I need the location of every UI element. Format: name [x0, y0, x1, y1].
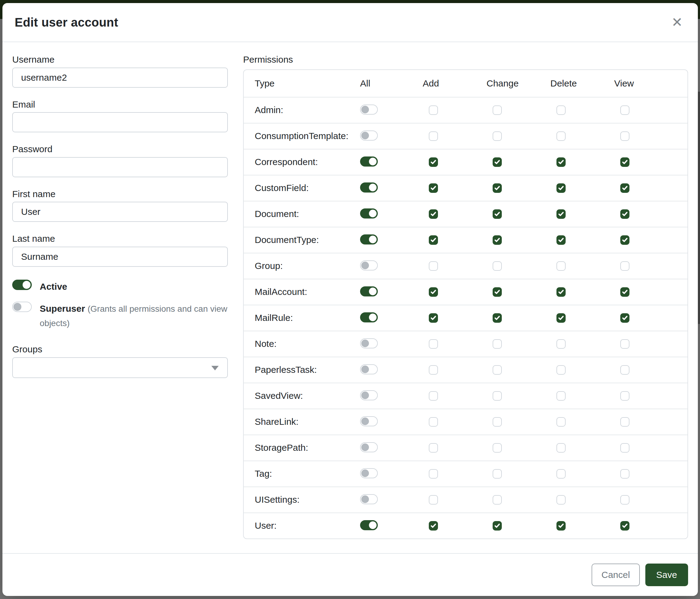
- permission-add-checkbox[interactable]: [429, 391, 438, 401]
- first-name-input[interactable]: [12, 202, 228, 222]
- groups-select[interactable]: [12, 357, 228, 378]
- permission-change-checkbox[interactable]: [493, 183, 502, 193]
- permission-view-checkbox[interactable]: [620, 261, 629, 271]
- permission-delete-checkbox[interactable]: [556, 287, 566, 297]
- permission-view-checkbox[interactable]: [620, 235, 629, 245]
- permission-change-checkbox[interactable]: [493, 417, 502, 427]
- permission-view-checkbox[interactable]: [620, 443, 629, 453]
- permission-change-checkbox[interactable]: [493, 365, 502, 375]
- permission-view-checkbox[interactable]: [620, 287, 629, 297]
- permission-change-checkbox[interactable]: [493, 235, 502, 245]
- permission-view-checkbox[interactable]: [620, 313, 629, 323]
- permission-change-checkbox[interactable]: [493, 209, 502, 219]
- permission-add-checkbox[interactable]: [429, 365, 438, 375]
- permission-add-checkbox[interactable]: [429, 443, 438, 453]
- permission-all-toggle[interactable]: [360, 338, 378, 349]
- permission-delete-checkbox[interactable]: [556, 365, 566, 375]
- permission-delete-checkbox[interactable]: [556, 105, 566, 115]
- permission-all-toggle[interactable]: [360, 364, 378, 375]
- permission-all-toggle[interactable]: [360, 520, 378, 530]
- permission-change-checkbox[interactable]: [493, 495, 502, 505]
- permission-all-toggle[interactable]: [360, 234, 378, 244]
- permission-all-toggle[interactable]: [360, 416, 378, 426]
- permission-add-checkbox[interactable]: [429, 105, 438, 115]
- permission-delete-checkbox[interactable]: [556, 521, 566, 530]
- permission-add-checkbox[interactable]: [429, 313, 438, 323]
- close-icon[interactable]: ✕: [669, 14, 686, 31]
- permission-change-checkbox[interactable]: [493, 105, 502, 115]
- permission-all-toggle[interactable]: [360, 183, 378, 193]
- permission-view-checkbox[interactable]: [620, 417, 629, 427]
- permission-change-checkbox[interactable]: [493, 158, 502, 167]
- permission-add-checkbox[interactable]: [429, 417, 438, 427]
- permission-add-checkbox[interactable]: [429, 209, 438, 219]
- permission-all-toggle[interactable]: [360, 286, 378, 296]
- permission-change-checkbox[interactable]: [493, 521, 502, 530]
- permission-delete-checkbox[interactable]: [556, 443, 566, 453]
- permission-add-checkbox[interactable]: [429, 158, 438, 167]
- permission-view-checkbox[interactable]: [620, 209, 629, 219]
- permission-view-checkbox[interactable]: [620, 391, 629, 401]
- permission-view-checkbox[interactable]: [620, 521, 629, 530]
- permission-all-toggle[interactable]: [360, 468, 378, 478]
- permission-delete-checkbox[interactable]: [556, 313, 566, 323]
- permission-change-checkbox[interactable]: [493, 443, 502, 453]
- superuser-toggle[interactable]: [12, 302, 32, 312]
- permission-add-checkbox[interactable]: [429, 261, 438, 271]
- permission-add-checkbox[interactable]: [429, 183, 438, 193]
- permission-delete-checkbox[interactable]: [556, 261, 566, 271]
- permission-add-checkbox[interactable]: [429, 495, 438, 505]
- cancel-button[interactable]: Cancel: [592, 564, 640, 586]
- save-button[interactable]: Save: [645, 564, 688, 586]
- permission-delete-checkbox[interactable]: [556, 209, 566, 219]
- permission-all-toggle[interactable]: [360, 312, 378, 322]
- permission-all-toggle[interactable]: [360, 260, 378, 270]
- permission-type-label: UISettings:: [255, 495, 360, 505]
- permission-view-checkbox[interactable]: [620, 158, 629, 167]
- permission-change-checkbox[interactable]: [493, 339, 502, 349]
- permission-view-checkbox[interactable]: [620, 495, 629, 505]
- permission-change-checkbox[interactable]: [493, 313, 502, 323]
- permission-view-checkbox[interactable]: [620, 339, 629, 349]
- permission-delete-checkbox[interactable]: [556, 495, 566, 505]
- password-input[interactable]: [12, 157, 228, 177]
- permission-view-checkbox[interactable]: [620, 105, 629, 115]
- permission-add-checkbox[interactable]: [429, 287, 438, 297]
- username-field-group: Username: [12, 54, 228, 88]
- active-toggle[interactable]: [12, 280, 32, 290]
- permission-all-toggle[interactable]: [360, 209, 378, 218]
- permission-change-checkbox[interactable]: [493, 287, 502, 297]
- permission-all-toggle[interactable]: [360, 494, 378, 504]
- permission-add-checkbox[interactable]: [429, 469, 438, 479]
- permission-add-checkbox[interactable]: [429, 521, 438, 530]
- email-input[interactable]: [12, 112, 228, 132]
- permission-view-checkbox[interactable]: [620, 469, 629, 479]
- permission-delete-checkbox[interactable]: [556, 131, 566, 141]
- username-input[interactable]: [12, 68, 228, 88]
- permission-delete-checkbox[interactable]: [556, 158, 566, 167]
- permission-all-toggle[interactable]: [360, 130, 378, 141]
- permission-all-toggle[interactable]: [360, 104, 378, 115]
- permission-delete-checkbox[interactable]: [556, 469, 566, 479]
- last-name-input[interactable]: [12, 247, 228, 267]
- permission-type-label: User:: [255, 521, 360, 531]
- permission-delete-checkbox[interactable]: [556, 391, 566, 401]
- permission-add-checkbox[interactable]: [429, 235, 438, 245]
- permission-change-checkbox[interactable]: [493, 261, 502, 271]
- permission-view-checkbox[interactable]: [620, 131, 629, 141]
- permission-delete-checkbox[interactable]: [556, 417, 566, 427]
- permission-delete-checkbox[interactable]: [556, 339, 566, 349]
- permission-all-toggle[interactable]: [360, 157, 378, 167]
- permission-change-checkbox[interactable]: [493, 469, 502, 479]
- permission-delete-checkbox[interactable]: [556, 235, 566, 245]
- permissions-panel: Permissions Type All Add Change Delete V…: [243, 54, 688, 553]
- permission-view-checkbox[interactable]: [620, 365, 629, 375]
- permission-add-checkbox[interactable]: [429, 131, 438, 141]
- permission-change-checkbox[interactable]: [493, 131, 502, 141]
- permission-change-checkbox[interactable]: [493, 391, 502, 401]
- permission-add-checkbox[interactable]: [429, 339, 438, 349]
- permission-view-checkbox[interactable]: [620, 183, 629, 193]
- permission-delete-checkbox[interactable]: [556, 183, 566, 193]
- permission-all-toggle[interactable]: [360, 442, 378, 452]
- permission-all-toggle[interactable]: [360, 390, 378, 400]
